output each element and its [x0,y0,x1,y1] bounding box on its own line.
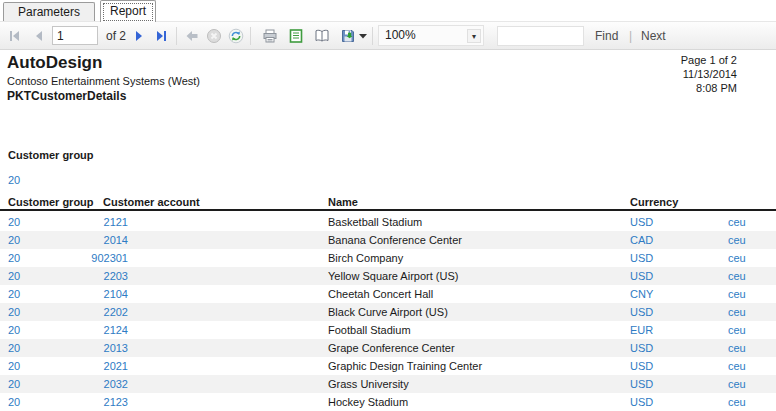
currency-cell-link[interactable]: USD [630,213,728,231]
name-cell: Basketball Stadium [128,213,630,231]
currency-cell-link[interactable]: USD [630,375,728,393]
table-row: 20 2014 Banana Conference Center CAD ceu [0,231,776,249]
customer-group-cell-link[interactable]: 20 [0,303,60,321]
find-next-separator: | [629,22,632,50]
print-button[interactable] [257,24,283,48]
name-cell: Graphic Design Training Center [128,357,630,375]
currency-cell-link[interactable]: CNY [630,285,728,303]
page-setup-icon [314,28,330,44]
first-page-icon [7,28,23,44]
export-dropdown-button[interactable] [357,24,369,48]
export-button[interactable] [337,24,359,48]
currency-cell-link[interactable]: USD [630,357,728,375]
table-row: 20 2021 Graphic Design Training Center U… [0,357,776,375]
next-page-icon [131,28,147,44]
company-cell-link[interactable]: ceu [728,249,776,267]
find-input[interactable] [497,26,584,46]
company-cell-link[interactable]: ceu [728,285,776,303]
report-toolbar: of 2 [0,22,776,50]
refresh-button[interactable] [225,24,247,48]
previous-page-icon [31,28,47,44]
company-cell-link[interactable]: ceu [728,393,776,411]
previous-page-button[interactable] [28,24,50,48]
name-cell: Football Stadium [128,321,630,339]
table-row: 20 2032 Grass University USD ceu [0,375,776,393]
customer-group-cell-link[interactable]: 20 [0,339,60,357]
name-cell: Banana Conference Center [128,231,630,249]
customer-account-cell-link[interactable]: 2123 [60,393,128,411]
print-icon [262,28,278,44]
report-title: AutoDesign [7,53,102,73]
customer-account-cell-link[interactable]: 2124 [60,321,128,339]
customer-account-cell-link[interactable]: 2014 [60,231,128,249]
customer-group-cell-link[interactable]: 20 [0,393,60,411]
currency-cell-link[interactable]: CAD [630,231,728,249]
report-date: 11/13/2014 [681,67,737,81]
currency-cell-link[interactable]: USD [630,339,728,357]
customer-account-cell-link[interactable]: 902301 [60,249,128,267]
customer-group-cell-link[interactable]: 20 [0,357,60,375]
name-cell: Black Curve Airport (US) [128,303,630,321]
name-cell: Grape Conference Center [128,339,630,357]
company-cell-link[interactable]: ceu [728,213,776,231]
page-number-input[interactable] [52,26,98,45]
company-cell-link[interactable]: ceu [728,357,776,375]
customer-group-cell-link[interactable]: 20 [0,231,60,249]
currency-cell-link[interactable]: USD [630,393,728,411]
customer-group-cell-link[interactable]: 20 [0,267,60,285]
currency-cell-link[interactable]: EUR [630,321,728,339]
table-row: 20 2121 Basketball Stadium USD ceu [0,213,776,231]
page-info-block: Page 1 of 2 11/13/2014 8:08 PM [681,53,737,95]
customer-group-cell-link[interactable]: 20 [0,285,60,303]
customer-group-link[interactable]: 20 [8,174,20,186]
zoom-dropdown-icon: ▾ [467,29,481,43]
stop-button[interactable] [203,24,225,48]
company-cell-link[interactable]: ceu [728,375,776,393]
zoom-select[interactable]: 100% ▾ [378,25,484,46]
customer-group-cell-link[interactable]: 20 [0,375,60,393]
back-button[interactable] [181,24,203,48]
customer-account-cell-link[interactable]: 2032 [60,375,128,393]
find-button[interactable]: Find [595,22,618,50]
name-cell: Hockey Stadium [128,393,630,411]
report-name: PKTCustomerDetails [7,89,126,103]
header-customer-group: Customer group [8,196,94,208]
customer-account-cell-link[interactable]: 2202 [60,303,128,321]
currency-cell-link[interactable]: USD [630,303,728,321]
company-cell-link[interactable]: ceu [728,303,776,321]
customer-account-cell-link[interactable]: 2021 [60,357,128,375]
company-cell-link[interactable]: ceu [728,321,776,339]
company-cell-link[interactable]: ceu [728,231,776,249]
report-viewer-window: Parameters Report of 2 [0,0,776,411]
customer-account-cell-link[interactable]: 2013 [60,339,128,357]
customer-group-cell-link[interactable]: 20 [0,249,60,267]
name-cell: Cheetah Concert Hall [128,285,630,303]
customer-account-cell-link[interactable]: 2104 [60,285,128,303]
toolbar-separator [250,27,251,45]
company-cell-link[interactable]: ceu [728,267,776,285]
name-cell: Grass University [128,375,630,393]
find-next-button[interactable]: Next [641,22,666,50]
tab-report-label: Report [110,4,146,18]
print-layout-button[interactable] [285,24,307,48]
customer-group-label: Customer group [8,149,94,161]
currency-cell-link[interactable]: USD [630,267,728,285]
first-page-button[interactable] [4,24,26,48]
customer-group-cell-link[interactable]: 20 [0,321,60,339]
currency-cell-link[interactable]: USD [630,249,728,267]
table-row: 20 2104 Cheetah Concert Hall CNY ceu [0,285,776,303]
page-setup-button[interactable] [309,24,335,48]
table-row: 20 2013 Grape Conference Center USD ceu [0,339,776,357]
company-cell-link[interactable]: ceu [728,339,776,357]
tab-report[interactable]: Report [100,0,156,22]
tab-parameters[interactable]: Parameters [3,2,95,22]
customer-group-cell-link[interactable]: 20 [0,213,60,231]
customer-account-cell-link[interactable]: 2203 [60,267,128,285]
export-dropdown-icon [359,33,367,39]
name-cell: Birch Company [128,249,630,267]
refresh-icon [228,28,244,44]
customer-account-cell-link[interactable]: 2121 [60,213,128,231]
stop-icon [206,28,222,44]
next-page-button[interactable] [128,24,150,48]
last-page-button[interactable] [150,24,172,48]
